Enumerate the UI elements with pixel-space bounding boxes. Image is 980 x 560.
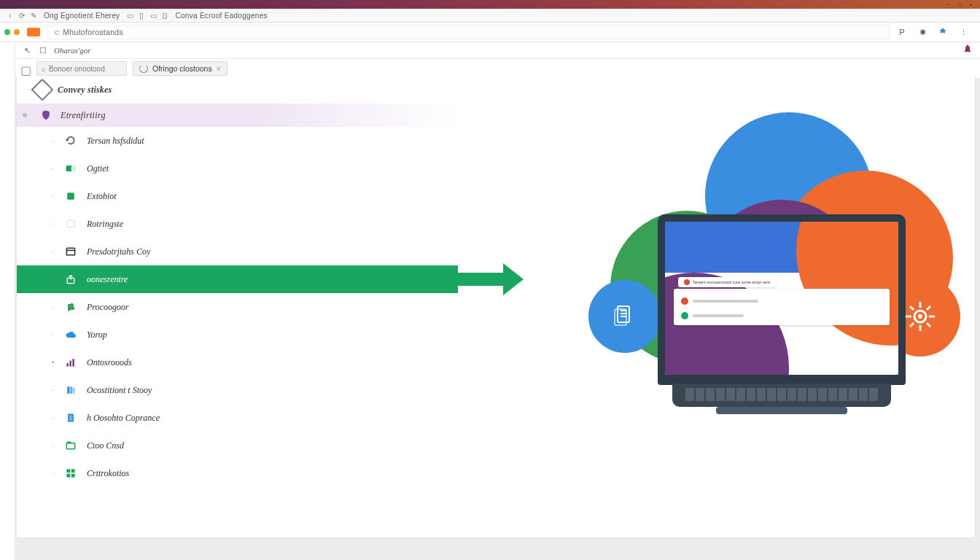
sidebar-item-8[interactable]: ·Yorop xyxy=(17,321,458,349)
nav-label: Ogtiet xyxy=(87,163,109,174)
nav-label: Ocostitiont t Stooy xyxy=(87,385,152,396)
sidebar-item-12[interactable]: ·Ctoo Cnsd xyxy=(17,432,458,459)
breadcrumb-label: Ofringo clostoons xyxy=(152,64,212,73)
tab-title-1[interactable]: Ong Egnotient Eherey xyxy=(44,12,120,20)
svg-rect-7 xyxy=(66,363,68,367)
sidebar-item-5[interactable]: ·Presdotrjtahs Coy xyxy=(17,238,458,265)
puzzle-icon xyxy=(63,300,78,314)
nav-label: Tersan hsfsdidut xyxy=(87,136,144,147)
svg-rect-10 xyxy=(67,386,69,394)
svg-rect-1 xyxy=(71,166,76,171)
nav-label: oonesrentre xyxy=(87,274,128,285)
sidebar: Convey stiskes Etrenfirtiirg·Tersan hsfs… xyxy=(17,76,458,537)
nav-label: Crttrokotios xyxy=(87,468,129,479)
secondary-toolbar: ✕ ↖ ☐ Oharas'gor xyxy=(0,42,980,59)
svg-rect-4 xyxy=(66,248,74,255)
tab-icon-2: ▯ xyxy=(136,10,147,20)
bullet-icon: · xyxy=(52,331,58,338)
svg-rect-21 xyxy=(71,474,75,478)
laptop-illustration: Tansent monooennsand cose sonse endor ve… xyxy=(658,214,906,414)
window-controls: − □ × xyxy=(947,1,976,8)
menu-icon[interactable]: ⋮ xyxy=(958,27,968,37)
cursor-icon[interactable]: ↖ xyxy=(22,46,32,55)
sidebar-item-6[interactable]: ·oonesrentre xyxy=(17,265,458,293)
tab-title-2[interactable]: Conva Ecroof Eadoggenes xyxy=(175,12,267,20)
window-maximize-icon[interactable]: □ xyxy=(958,1,965,8)
address-bar-row: ⊂ Mhutoforostands P ✺ ⋮ xyxy=(0,23,980,42)
svg-rect-17 xyxy=(66,443,74,449)
refresh-icon xyxy=(63,133,78,148)
lock-icon: ⊂ xyxy=(54,28,60,36)
grid-icon xyxy=(63,466,78,481)
browser-tab-strip: ‹ ⟳ ✎ Ong Egnotient Eherey ▭ ▯ ▭ ⌼ Conva… xyxy=(0,9,980,23)
nav-label: Yorop xyxy=(87,330,107,341)
svg-rect-8 xyxy=(69,361,71,367)
hero-illustration: Tansent monooennsand cose sonse endor ve… xyxy=(588,112,960,426)
bullet-icon: · xyxy=(52,414,58,421)
nav-label: h Oosohto Coprance xyxy=(87,413,160,424)
sidebar-item-7[interactable]: ·Procoogoor xyxy=(17,293,458,321)
left-gutter xyxy=(0,42,15,560)
sidebar-item-10[interactable]: ·Ocostitiont t Stooy xyxy=(17,376,458,404)
nav-label: Rotringste xyxy=(87,219,123,230)
home-outline-icon xyxy=(31,78,53,101)
nav-label: Procoogoor xyxy=(87,302,129,313)
section-title: Convey stiskes xyxy=(58,85,112,96)
svg-line-36 xyxy=(910,323,914,327)
window-close-icon[interactable]: × xyxy=(969,1,976,8)
sidebar-item-11[interactable]: ·h Oosohto Coprance xyxy=(17,404,458,432)
nav-label: Etrenfirtiirg xyxy=(61,110,106,121)
bullet-icon: · xyxy=(52,470,58,477)
panel-toggle-icon[interactable]: ▢ xyxy=(20,63,31,74)
chart-icon xyxy=(63,355,78,370)
close-breadcrumb-icon[interactable]: × xyxy=(217,65,221,73)
nav-label: Ontosrooods xyxy=(87,357,132,368)
os-titlebar: − □ × xyxy=(0,0,980,9)
sidebar-item-4[interactable]: ·Rotringste xyxy=(17,210,458,238)
breadcrumb-pill[interactable]: Ofringo clostoons × xyxy=(133,61,228,76)
window-minimize-icon[interactable]: − xyxy=(947,1,954,8)
search-input[interactable]: ⌕ Bonoer onootood xyxy=(36,61,127,76)
books-icon xyxy=(63,383,78,397)
sidebar-item-9[interactable]: •Ontosrooods xyxy=(17,349,458,376)
traffic-lights xyxy=(4,29,20,35)
nav-label: Presdotrjtahs Coy xyxy=(87,246,150,257)
window-icon xyxy=(63,244,78,259)
flag-icon[interactable]: P xyxy=(897,27,907,37)
extension-icon[interactable] xyxy=(938,27,948,37)
pin-icon[interactable] xyxy=(961,44,974,57)
cloud-icon xyxy=(63,327,78,342)
sidebar-item-13[interactable]: ·Crttrokotios xyxy=(17,459,458,487)
back-icon[interactable]: ‹ xyxy=(4,10,16,20)
card-icon xyxy=(63,161,78,176)
gear-icon xyxy=(901,298,939,335)
feature-circle-docs xyxy=(588,280,661,353)
bullet-icon: · xyxy=(52,303,58,311)
search-glyph-icon: ⌕ xyxy=(42,65,46,73)
reload-icon[interactable]: ⟳ xyxy=(16,10,28,20)
bullet-icon: · xyxy=(52,276,58,283)
screen-badge: Tansent monooennsand cose sonse endor ve… xyxy=(678,277,776,287)
document-icon: ☐ xyxy=(38,46,48,55)
bullet-icon: · xyxy=(52,248,58,255)
workspace: Convey stiskes Etrenfirtiirg·Tersan hsfs… xyxy=(16,76,976,538)
edit-icon[interactable]: ✎ xyxy=(28,10,39,20)
sidebar-item-3[interactable]: ·Extobiot xyxy=(17,182,458,210)
square-icon xyxy=(63,189,78,203)
capture-icon[interactable]: ⌼ xyxy=(159,10,171,20)
status-dot-green xyxy=(4,29,10,35)
sidebar-item-1[interactable]: ·Tersan hsfsdidut xyxy=(17,127,458,155)
sidebar-item-2[interactable]: ·Ogtiet xyxy=(17,155,458,182)
svg-rect-12 xyxy=(73,388,74,394)
export-icon xyxy=(63,272,78,287)
screen-card xyxy=(674,289,890,325)
bullet-icon: · xyxy=(52,386,58,394)
sidebar-category[interactable]: Etrenfirtiirg xyxy=(17,104,458,127)
settings-icon[interactable]: ✺ xyxy=(917,27,928,37)
url-input[interactable]: ⊂ Mhutoforostands xyxy=(47,25,890,39)
toolbar-icons: P ✺ ⋮ xyxy=(897,27,976,37)
tab-icon: ▭ xyxy=(124,10,136,20)
sidebar-section-header: Convey stiskes xyxy=(17,76,458,104)
svg-line-33 xyxy=(910,306,914,310)
status-dot-amber xyxy=(14,29,20,35)
